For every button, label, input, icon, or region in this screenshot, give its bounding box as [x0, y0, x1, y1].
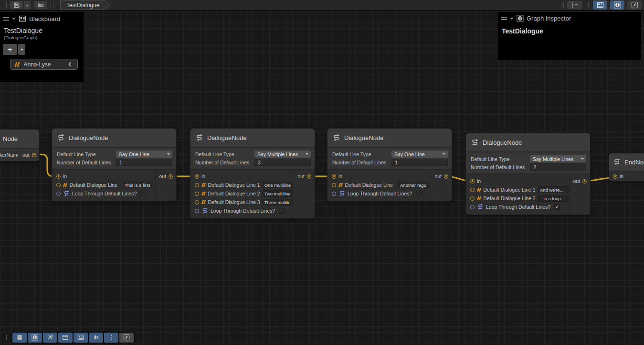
blackboard-field-anna-lyse[interactable]: Anna-Lyse — [10, 59, 78, 70]
toggle-tools-button[interactable] — [43, 333, 57, 343]
toolbar-grip[interactable] — [4, 334, 7, 340]
dialogue-line-port[interactable] — [470, 196, 475, 201]
dialogue-line-label: Default Dialogue Line 1 — [208, 182, 260, 188]
num-lines-field[interactable]: 1 — [391, 159, 448, 166]
toolbar-grip[interactable] — [51, 2, 53, 8]
in-port[interactable] — [56, 174, 61, 179]
dialogue-line-field[interactable]: Another regu — [398, 182, 429, 188]
drag-handle-icon[interactable] — [3, 17, 9, 21]
field-value: 1 — [395, 160, 398, 165]
loop-label: Loop Through Default Lines? — [486, 204, 550, 210]
blackboard-header[interactable]: Blackboard — [0, 12, 84, 24]
blackboard-graph-type: (DialogueGraph) — [0, 34, 84, 40]
dialogue-line-port[interactable] — [195, 200, 199, 205]
inspector-header[interactable]: Graph Inspector — [498, 12, 641, 24]
out-port[interactable] — [582, 179, 587, 183]
loop-checkbox[interactable] — [416, 191, 422, 196]
save-button[interactable] — [10, 1, 23, 9]
save-dropdown-button[interactable] — [24, 1, 31, 9]
line-type-dropdown[interactable]: Say Multiple Lines — [254, 151, 311, 158]
loop-checkbox[interactable] — [279, 208, 285, 214]
in-port[interactable] — [470, 179, 475, 183]
add-property-button[interactable]: + — [3, 44, 17, 55]
out-port[interactable] — [444, 174, 448, 179]
loop-checkbox[interactable] — [140, 191, 146, 196]
out-port-label: out — [22, 152, 32, 158]
toolbar-grip[interactable] — [561, 2, 564, 8]
num-lines-field[interactable]: 1 — [116, 159, 172, 166]
node-title-label: DialogueNode — [483, 139, 522, 146]
dialogue-line-port[interactable] — [195, 183, 199, 187]
dialogue-line-port[interactable] — [470, 188, 475, 192]
graph-inspector-panel: Graph Inspector TestDialogue — [498, 12, 641, 60]
dialogue-line-field[interactable]: And we're... — [538, 186, 569, 193]
dialogue-node-icon — [471, 139, 479, 147]
loop-port[interactable] — [56, 192, 61, 196]
in-port[interactable] — [195, 174, 199, 179]
dialogue-line-field[interactable]: Three multili — [263, 199, 293, 205]
toggle-window-button[interactable] — [58, 333, 73, 343]
collapse-triangle-icon[interactable] — [12, 18, 16, 22]
loop-port[interactable] — [332, 192, 336, 196]
toggle-minimap-button[interactable] — [627, 0, 642, 10]
blackboard-icon — [77, 334, 84, 341]
dropdown-value: Say Multiple Lines — [257, 151, 298, 157]
dialogue-line-field[interactable]: ...in a loop — [538, 195, 569, 202]
in-port-label: in — [620, 173, 623, 179]
drag-handle-icon[interactable] — [501, 17, 507, 20]
dialogue-node-2[interactable]: DialogueNode Default Line Type Say Multi… — [190, 128, 315, 219]
add-property-dropdown-button[interactable] — [18, 44, 25, 55]
toggle-blackboard-button[interactable] — [74, 333, 88, 343]
dialogue-line-port[interactable] — [332, 183, 336, 187]
chevron-down-icon — [306, 153, 308, 156]
line-type-dropdown[interactable]: Say Multiple Lines — [530, 155, 586, 162]
end-node[interactable]: EndNode in — [609, 153, 644, 182]
num-lines-field[interactable]: 3 — [254, 159, 311, 166]
dialogue-line-field[interactable]: One multiline — [263, 182, 293, 188]
loop-port[interactable] — [195, 209, 199, 213]
collapse-triangle-icon[interactable] — [510, 18, 514, 22]
out-port[interactable] — [32, 153, 36, 157]
caret-down-icon — [21, 49, 23, 52]
dialogue-line-port[interactable] — [195, 192, 199, 196]
field-value: 3 — [258, 160, 261, 165]
overflow-menu-button[interactable] — [104, 333, 118, 343]
in-port-label: in — [477, 178, 481, 184]
dialogue-line-label: Default Dialogue Line 3 — [208, 199, 260, 205]
toggle-minimap-button[interactable] — [119, 333, 134, 343]
overflow-menu-button[interactable] — [567, 1, 582, 9]
line-type-dropdown[interactable]: Say One Line — [391, 151, 448, 158]
chevron-left-icon[interactable] — [67, 61, 73, 67]
toggle-inspector-button[interactable] — [610, 0, 624, 10]
toggle-blackboard-button[interactable] — [593, 0, 607, 10]
out-port-label: out — [297, 173, 305, 179]
chevron-down-icon — [581, 158, 584, 161]
dialogue-node-4[interactable]: DialogueNode Default Line Type Say Multi… — [465, 133, 591, 215]
out-port[interactable] — [307, 174, 311, 179]
toolbar-grip[interactable] — [4, 2, 7, 8]
toolbar-grip[interactable] — [586, 2, 589, 8]
in-port[interactable] — [332, 174, 336, 179]
toggle-transition-button[interactable] — [89, 333, 103, 343]
dialogue-node-3[interactable]: DialogueNode Default Line Type Say One L… — [327, 128, 452, 202]
graph-tab[interactable]: TestDialogue — [60, 0, 110, 10]
toggle-info-button[interactable] — [28, 333, 42, 343]
start-node-partial[interactable]: Node kerName out — [0, 129, 40, 162]
loop-port[interactable] — [470, 205, 475, 209]
speaker-name-label: kerName — [0, 152, 18, 158]
line-type-dropdown[interactable]: Say One Line — [116, 151, 172, 158]
out-port[interactable] — [169, 174, 173, 179]
dialogue-node-1[interactable]: DialogueNode Default Line Type Say One L… — [52, 128, 177, 202]
dialogue-line-port[interactable] — [56, 183, 61, 187]
panel-resize-edge — [641, 60, 641, 345]
loop-checkbox[interactable]: ✓ — [554, 204, 560, 210]
num-lines-field[interactable]: 2 — [530, 163, 586, 171]
in-port-label: in — [63, 173, 67, 179]
in-port[interactable] — [613, 174, 617, 179]
node-title: DialogueNode — [52, 129, 176, 147]
dialogue-line-field[interactable]: Two multiline — [263, 190, 293, 197]
out-port-label: out — [159, 173, 166, 179]
toggle-notes-button[interactable] — [12, 333, 27, 343]
dialogue-line-field[interactable]: This is a first — [123, 182, 153, 188]
open-button[interactable] — [34, 1, 47, 9]
